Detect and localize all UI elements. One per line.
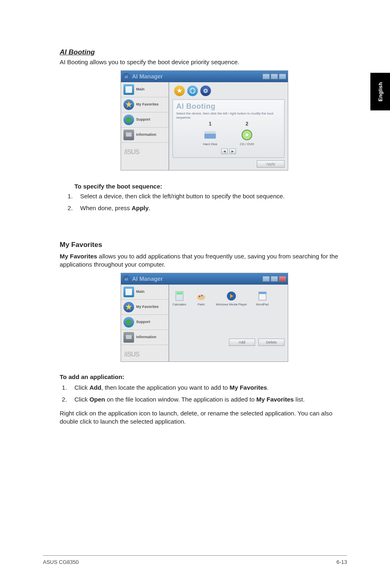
main-icon [123,84,134,95]
favorite-item-paint[interactable]: Paint [195,290,207,306]
svg-rect-16 [126,335,132,339]
boot-slot-2[interactable]: 2 CD / DVD [239,121,255,146]
support-icon [123,317,134,328]
sidebar-item-main[interactable]: Main [121,285,168,300]
svg-point-20 [199,296,200,297]
panel-description: Select the device, then click the left /… [176,112,281,119]
titlebar: ai AI Manager [121,273,288,285]
information-icon [123,332,134,343]
sidebar-item-favorites[interactable]: My Favorites [121,97,168,112]
toolbar [173,85,285,99]
apply-button[interactable]: Apply [257,160,285,168]
svg-rect-18 [177,292,182,294]
svg-marker-14 [126,304,132,310]
maximize-button[interactable] [271,74,278,79]
svg-point-6 [191,88,194,94]
svg-point-5 [190,88,195,94]
information-icon [123,130,134,140]
window-title: AI Manager [132,276,163,282]
sidebar-label-favorites: My Favorites [136,103,159,107]
step-text: When done, press [80,204,132,211]
sidebar-item-information[interactable]: Information [121,128,168,143]
move-right-button[interactable]: ► [229,148,236,154]
step-bold: Add [90,384,101,391]
sidebar-item-main[interactable]: Main [121,82,168,97]
boot-slot-1[interactable]: 1 Hard Disk [202,121,218,146]
svg-point-21 [201,295,203,296]
boot-steps-list: Select a device, then click the left/rig… [65,192,349,212]
favorite-item-wordpad[interactable]: WordPad [256,290,269,306]
support-icon [123,114,134,125]
wordpad-icon [257,290,268,302]
cd-dvd-icon [239,128,255,141]
move-left-button[interactable]: ◄ [221,148,228,154]
sidebar-item-information[interactable]: Information [121,330,168,345]
sidebar-label-support: Support [136,118,150,122]
svg-point-2 [126,117,132,123]
sidebar-label-main: Main [136,290,145,294]
sidebar-item-favorites[interactable]: My Favorites [121,300,168,315]
favorite-item-calculator[interactable]: Calculator [173,290,186,306]
svg-rect-9 [204,133,216,139]
step-2: When done, press Apply. [74,204,349,212]
close-button[interactable] [279,276,286,282]
side-language-label: English [377,82,383,101]
favorite-label: Calculator [173,303,186,306]
minimize-button[interactable] [262,276,270,282]
sidebar-label-favorites: My Favorites [136,305,159,309]
disk-icon[interactable] [200,85,211,96]
ai-booting-heading: AI Booting [60,48,349,56]
calculator-icon [174,290,185,302]
sidebar-label-main: Main [136,88,145,92]
svg-rect-10 [204,131,216,134]
intro-text: allows you to add applications that you … [60,253,338,268]
step-text: Click [74,396,90,403]
sidebar-item-support[interactable]: Support [121,315,168,330]
add-app-steps: Click Add, then locate the application y… [60,384,349,404]
svg-rect-3 [126,132,132,137]
step-bold: Apply [132,204,149,211]
step-text: on the file location window. The applica… [105,396,256,403]
favorite-item-wmp[interactable]: Windows Media Player [216,290,247,306]
maximize-button[interactable] [271,276,278,282]
media-player-icon [226,290,237,302]
footer-page-number: 6-13 [336,559,347,565]
close-button[interactable] [279,74,286,79]
delete-button[interactable]: Delete [258,339,285,346]
star-icon[interactable] [174,85,185,96]
intro-bold: My Favorites [60,253,97,260]
sidebar-item-support[interactable]: Support [121,112,168,128]
ai-manager-window-booting: ai AI Manager Main [121,70,288,171]
footer-left: ASUS CG8350 [43,559,78,565]
favorite-label: Paint [195,303,207,306]
step-bold: Open [90,396,105,403]
my-favorites-intro: My Favorites allows you to add applicati… [60,252,349,269]
favorites-grid: Calculator Paint Windows Media Player [169,285,288,312]
svg-rect-13 [126,289,132,295]
slot-label: CD / DVD [239,142,255,146]
step-text: list. [294,396,305,403]
step-bold: My Favorites [229,384,267,391]
panel-title: AI Booting [176,102,281,111]
globe-icon[interactable] [187,85,198,96]
step-1: Click Add, then locate the application y… [69,384,349,392]
ai-manager-window-favorites: ai AI Manager Main [121,273,288,362]
ai-booting-panel: AI Booting Select the device, then click… [173,99,285,158]
paint-icon [195,290,207,302]
step-2: Click Open on the file location window. … [69,395,349,404]
sidebar-label-support: Support [136,320,150,324]
sidebar-footer-logo: /iSUS [121,143,168,159]
add-app-subheading: To add an application: [60,373,349,380]
favorite-label: WordPad [256,303,269,306]
svg-rect-25 [259,292,266,294]
slot-number: 1 [202,121,218,127]
hard-disk-icon [202,128,218,141]
sidebar-label-information: Information [136,335,157,339]
side-language-tab: English [370,73,390,110]
slot-number: 2 [239,121,255,127]
minimize-button[interactable] [262,74,270,79]
titlebar: ai AI Manager [121,71,288,82]
sidebar-label-information: Information [136,133,157,137]
add-button[interactable]: Add [229,339,255,346]
step-text: , then locate the application you want t… [101,384,230,391]
